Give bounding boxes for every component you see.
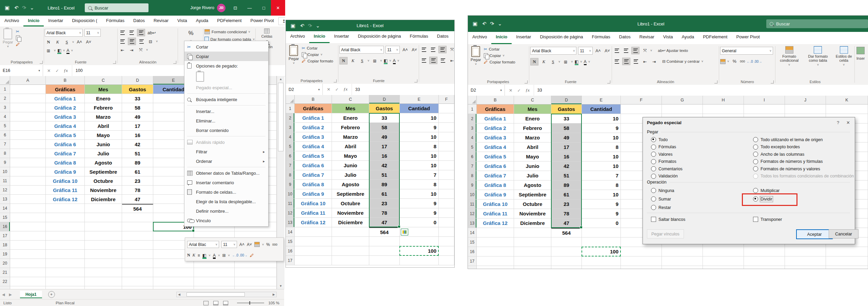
undo-icon[interactable]: ↶˅ [482,21,485,27]
cell-d22[interactable] [122,277,153,286]
comma-style-icon[interactable]: 000 [740,60,745,63]
row-header-17[interactable]: 17 [0,231,10,241]
column-header-b[interactable]: B [46,76,85,85]
cell-e7[interactable]: 10 [400,161,439,170]
cell-styles-button[interactable]: Estilos de celda ˅ [834,46,854,66]
borders-icon[interactable]: ⊞ [562,58,569,65]
cell-c7[interactable]: Junio [85,140,122,149]
cell-g23[interactable] [235,286,277,289]
view-normal-icon[interactable] [203,301,209,305]
row-header-10[interactable]: 10 [286,189,295,199]
cell-f2[interactable] [439,113,454,123]
cell-b16[interactable] [46,222,85,231]
paste-option-ancho-de-las-columnas[interactable]: Ancho de las columnas [753,152,804,157]
cell-f3[interactable] [439,123,454,132]
cell-b22[interactable] [46,277,85,286]
cell-b3[interactable]: Gráfica 2 [295,123,332,132]
column-header-f[interactable]: F [621,96,662,104]
row-header-5[interactable]: 5 [0,121,10,131]
menu-item-pegado-especial[interactable]: Pegado especial... [184,83,268,92]
mini-borders-icon[interactable]: ⊞ [222,253,225,258]
cell-a18[interactable] [10,241,46,250]
paste-link-button[interactable]: Pegar vínculos [647,229,684,238]
cell-b2[interactable]: Gráfica 1 [295,113,332,123]
cell-c20[interactable] [85,259,122,268]
cell-a12[interactable] [10,186,46,195]
format-painter-icon[interactable]: 🖉 [16,42,20,47]
cell-j1[interactable] [785,104,826,114]
cell-c13[interactable]: Diciembre [514,218,551,228]
sheet-tab-hoja1[interactable]: Hoja1 [20,291,42,298]
cell-f5[interactable] [439,142,454,151]
cell-b16[interactable] [295,246,332,256]
vertical-scroll-thumb[interactable] [278,83,283,151]
cut-icon[interactable]: ✂ [16,29,19,34]
enter-icon[interactable]: ✓ [55,68,59,73]
align-right-icon[interactable] [439,57,447,64]
cell-b15[interactable] [46,213,85,222]
cell-b10[interactable]: Gráfica 9 [295,189,332,199]
cell-b10[interactable]: Gráfica 9 [477,190,514,199]
align-center-icon[interactable] [429,57,437,64]
merge-center-icon[interactable]: ⊟ [147,38,154,45]
cell-a5[interactable] [10,121,46,131]
menu-item-formato-de-celdas[interactable]: Formato de celdas... [184,187,268,197]
paste-option-f-rmulas[interactable]: Fórmulas [651,145,676,150]
cell-c15[interactable] [85,213,122,222]
cell-d7[interactable]: 42 [551,161,582,171]
format-as-table-button[interactable]: Dar formato como tabla ˅ [805,46,830,66]
cell-d12[interactable]: 78 [551,209,582,218]
cell-c17[interactable] [85,231,122,241]
mini-comma-icon[interactable]: 000 [272,243,277,246]
cell-d14[interactable]: 564 [122,204,153,213]
redo-icon[interactable]: ↷˅ [308,23,311,29]
tab-power-pivot[interactable]: Power Pivot [732,32,764,44]
cell-d17[interactable] [122,231,153,241]
menu-item-opciones-de-pegado[interactable]: Opciones de pegado: [184,61,268,71]
horizontal-scroll-thumb[interactable] [186,292,245,297]
tab-datos[interactable]: Datos [615,32,635,44]
row-header-13[interactable]: 13 [0,195,10,204]
row-header-4[interactable]: 4 [0,112,10,121]
menu-item-insertar-comentario[interactable]: Insertar comentario [184,178,268,187]
tab-insertar[interactable]: Insertar [44,16,67,26]
cell-e2[interactable]: 10 [582,114,621,123]
cell-e6[interactable]: 10 [400,151,439,161]
cell-b12[interactable]: Gráfica 11 [295,208,332,218]
column-header-e[interactable]: E [400,95,439,104]
name-box[interactable]: D2 ▾ [468,85,505,96]
paste-option-todo-utilizando-el-tema-de-origen[interactable]: Todo utilizando el tema de origen [753,137,823,142]
row-header-21[interactable]: 21 [0,268,10,277]
paste-option-todo[interactable]: Todo [651,137,668,142]
row-header-8[interactable]: 8 [286,170,295,180]
cell-a19[interactable] [10,250,46,259]
cell-c10[interactable]: Septiembre [85,167,122,176]
tab-datos[interactable]: Datos [433,31,453,43]
cell-d15[interactable] [551,237,582,247]
cell-a1[interactable] [10,85,46,94]
cancel-icon[interactable]: ✕ [509,88,512,93]
cell-e1[interactable]: Cantidad [582,104,621,114]
cell-f14[interactable] [439,227,454,237]
cell-b23[interactable] [46,286,85,289]
dialog-launcher-icon[interactable] [607,80,610,83]
cell-d12[interactable]: 78 [369,208,400,218]
cell-b4[interactable]: Gráfica 3 [477,133,514,142]
decrease-indent-icon[interactable]: ⇤ [119,46,126,53]
cell-e6[interactable]: 10 [582,152,621,161]
cell-j17[interactable] [785,256,826,266]
cell-d6[interactable]: 16 [122,131,153,140]
cell-b11[interactable]: Gráfica 10 [46,176,85,186]
row-header-6[interactable]: 6 [468,152,477,161]
cell-c6[interactable]: Mayo [85,131,122,140]
cell-j18[interactable] [785,266,826,269]
mini-italic-button[interactable]: K [193,253,195,258]
cell-k18[interactable] [826,266,868,269]
cell-f7[interactable] [439,161,454,170]
cell-h17[interactable] [703,256,744,266]
cell-d21[interactable] [122,268,153,277]
insert-function-icon[interactable]: ƒx [526,88,530,93]
cell-c2[interactable]: Enero [332,113,369,123]
menu-item-an-lisis-r-pido[interactable]: Análisis rápido [184,137,268,147]
tab-disposici-n-de-p-gina[interactable]: Disposición de página [353,31,405,43]
